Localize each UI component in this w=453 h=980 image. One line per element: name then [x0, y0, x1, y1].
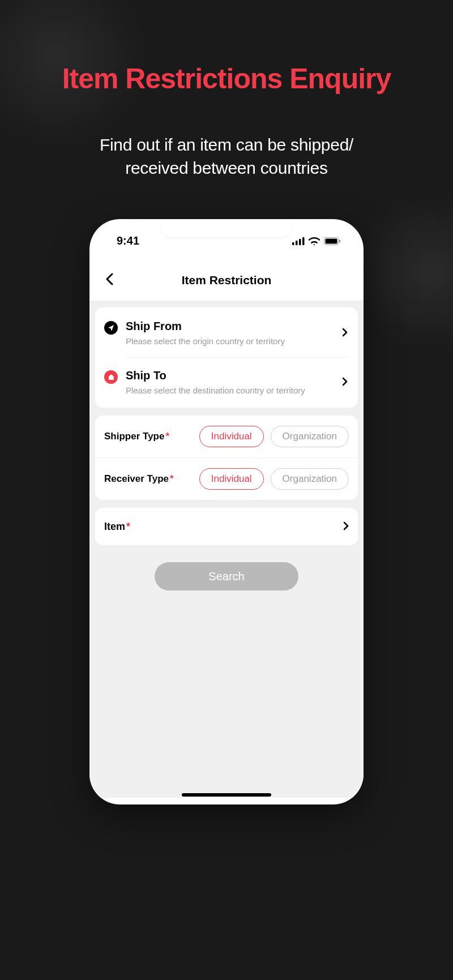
shipper-individual-option[interactable]: Individual — [199, 426, 264, 447]
navigation-bar: Item Restriction — [89, 252, 364, 301]
receiver-type-label-text: Receiver Type — [104, 473, 169, 484]
content-area: Ship From Please select the origin count… — [89, 301, 364, 798]
shipper-type-row: Shipper Type* Individual Organization — [95, 416, 358, 457]
status-icons — [292, 237, 341, 245]
item-row[interactable]: Item* — [95, 508, 358, 545]
phone-notch — [160, 219, 293, 238]
shipper-type-label-text: Shipper Type — [104, 431, 164, 442]
status-time: 9:41 — [117, 234, 139, 247]
home-indicator[interactable] — [182, 793, 271, 797]
divider — [126, 357, 348, 358]
shipper-type-options: Individual Organization — [199, 426, 349, 447]
ship-from-label: Ship From — [126, 320, 330, 333]
wifi-icon — [309, 237, 320, 245]
receiver-type-row: Receiver Type* Individual Organization — [95, 457, 358, 500]
ship-from-row[interactable]: Ship From Please select the origin count… — [104, 320, 348, 346]
battery-icon — [324, 237, 341, 245]
ship-from-text: Ship From Please select the origin count… — [126, 320, 330, 346]
required-mark: * — [170, 473, 174, 484]
back-button[interactable] — [103, 272, 116, 288]
type-card: Shipper Type* Individual Organization Re… — [95, 416, 358, 500]
shipper-type-label: Shipper Type* — [104, 431, 169, 442]
item-label-text: Item — [104, 521, 125, 532]
hero-subtitle: Find out if an item can be shipped/ rece… — [0, 95, 453, 179]
chevron-right-icon — [342, 375, 348, 390]
chevron-right-icon — [343, 519, 349, 534]
cellular-signal-icon — [292, 237, 305, 245]
required-mark: * — [165, 431, 169, 442]
ship-from-icon — [104, 321, 118, 335]
chevron-right-icon — [342, 326, 348, 340]
ship-from-hint: Please select the origin country or terr… — [126, 336, 330, 346]
ship-to-text: Ship To Please select the destination co… — [126, 369, 330, 395]
receiver-organization-option[interactable]: Organization — [271, 468, 349, 490]
hero-subtitle-line2: received between countries — [125, 159, 327, 177]
svg-rect-6 — [339, 239, 340, 242]
decorative-circle — [351, 192, 453, 351]
ship-to-hint: Please select the destination country or… — [126, 386, 330, 395]
phone-frame: 9:41 Item Restriction Shi — [89, 219, 364, 804]
svg-rect-1 — [296, 241, 298, 245]
item-label: Item* — [104, 521, 130, 533]
ship-card: Ship From Please select the origin count… — [95, 307, 358, 408]
hero-subtitle-line1: Find out if an item can be shipped/ — [100, 135, 353, 154]
ship-to-label: Ship To — [126, 369, 330, 382]
required-mark: * — [126, 521, 130, 532]
svg-rect-5 — [326, 238, 337, 243]
receiver-individual-option[interactable]: Individual — [199, 468, 264, 490]
svg-rect-3 — [302, 237, 305, 245]
receiver-type-label: Receiver Type* — [104, 473, 174, 485]
shipper-organization-option[interactable]: Organization — [271, 426, 349, 447]
ship-to-row[interactable]: Ship To Please select the destination co… — [104, 369, 348, 395]
receiver-type-options: Individual Organization — [199, 468, 349, 490]
svg-rect-0 — [292, 242, 294, 245]
svg-rect-2 — [299, 239, 301, 245]
ship-to-icon — [104, 370, 118, 384]
page-title: Item Restriction — [182, 273, 272, 287]
hero-title: Item Restrictions Enquiry — [0, 0, 453, 95]
search-button[interactable]: Search — [155, 562, 298, 590]
